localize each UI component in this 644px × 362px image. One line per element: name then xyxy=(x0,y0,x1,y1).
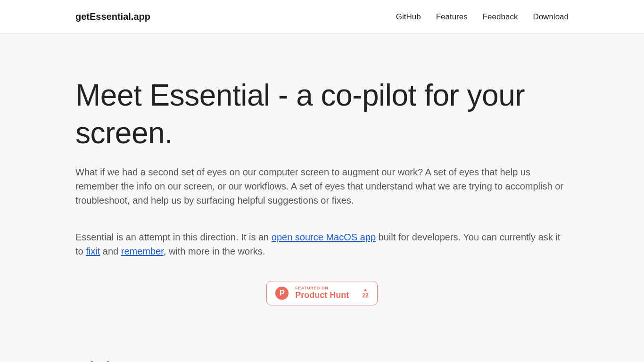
main-content: Meet Essential - a co-pilot for your scr… xyxy=(0,34,644,362)
product-hunt-name: Product Hunt xyxy=(295,291,349,300)
header: getEssential.app GitHub Features Feedbac… xyxy=(0,0,644,34)
hero-paragraph-2: Essential is an attempt in this directio… xyxy=(75,230,569,258)
upvote-icon: ▲ xyxy=(363,287,368,292)
nav-github[interactable]: GitHub xyxy=(396,12,421,22)
hero-p2-text: Essential is an attempt in this directio… xyxy=(75,232,272,242)
logo[interactable]: getEssential.app xyxy=(75,11,150,22)
hero-p2-text: , with more in the works. xyxy=(164,246,265,256)
link-fixit[interactable]: fixit xyxy=(86,246,100,256)
product-hunt-text: FEATURED ON Product Hunt xyxy=(295,286,349,300)
product-hunt-votes: ▲ 22 xyxy=(362,287,368,299)
product-hunt-wrap: P FEATURED ON Product Hunt ▲ 22 xyxy=(75,281,569,305)
product-hunt-badge[interactable]: P FEATURED ON Product Hunt ▲ 22 xyxy=(266,281,377,305)
nav-download[interactable]: Download xyxy=(533,12,569,22)
section-fixit-title: Fixit xyxy=(75,357,569,362)
product-hunt-icon: P xyxy=(275,287,289,300)
main-nav: GitHub Features Feedback Download xyxy=(396,12,569,22)
hero-p2-text: and xyxy=(100,246,121,256)
link-remember[interactable]: remember xyxy=(121,246,164,256)
nav-features[interactable]: Features xyxy=(436,12,468,22)
link-open-source[interactable]: open source MacOS app xyxy=(272,232,376,242)
hero-title: Meet Essential - a co-pilot for your scr… xyxy=(75,76,569,152)
hero-paragraph-1: What if we had a second set of eyes on o… xyxy=(75,165,569,207)
nav-feedback[interactable]: Feedback xyxy=(483,12,518,22)
upvote-count: 22 xyxy=(362,292,368,299)
